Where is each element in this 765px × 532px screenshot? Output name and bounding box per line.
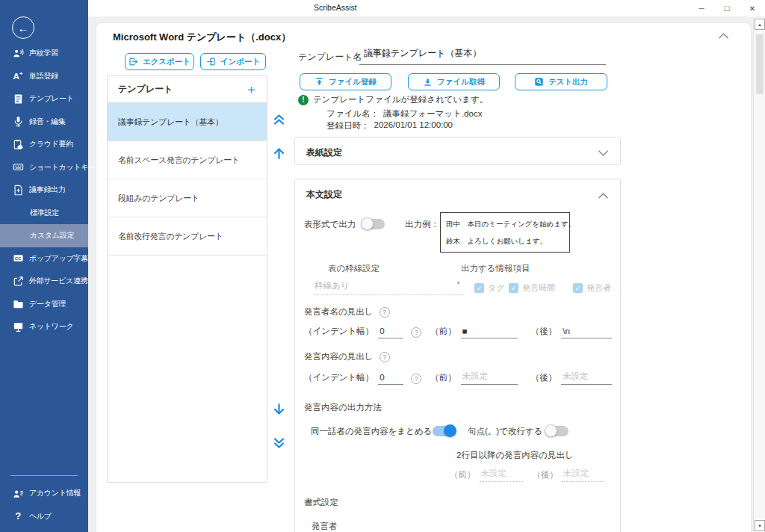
after-label: （後） — [533, 469, 559, 482]
double-chevron-down-icon — [272, 436, 286, 451]
checkbox-tag-group: ✓タグ — [474, 282, 505, 294]
import-icon — [206, 57, 216, 66]
sidebar-item-data-management[interactable]: データ管理 — [0, 293, 88, 316]
move-up-button[interactable] — [270, 144, 287, 162]
close-button[interactable]: ✕ — [741, 0, 764, 16]
arrow-down-icon — [272, 402, 286, 416]
test-output-icon — [534, 77, 544, 87]
help-icon[interactable]: ? — [411, 327, 421, 338]
checkbox-time-group: ✓発言時間 — [509, 282, 555, 294]
page-title: Microsoft Word テンプレート（.docx） — [113, 31, 291, 44]
scroll-down-button[interactable]: ▼ — [755, 520, 765, 531]
scroll-down-icon: ▼ — [758, 524, 762, 528]
template-list-item[interactable]: 段組みのテンプレート — [108, 179, 267, 217]
speaker-before-input[interactable]: ■ — [461, 327, 518, 338]
import-button[interactable]: インポート — [200, 53, 266, 70]
content-heading-inputs-row: （インデント幅） 0 ? （前） 未設定 （後） 未設定 — [304, 371, 612, 385]
sidebar-item-external-services[interactable]: 外部サービス連携 — [0, 270, 88, 293]
file-register-label: ファイル登録 — [329, 77, 377, 87]
template-name-input[interactable]: 議事録テンプレート（基本） — [359, 47, 606, 65]
move-bottom-button[interactable] — [270, 434, 287, 452]
table-border-select: 枠線あり ▼ — [315, 278, 464, 295]
sidebar-item-label: 声紋学習 — [29, 48, 58, 58]
template-list-item[interactable]: 議事録テンプレート（基本） — [108, 103, 267, 141]
content-before-input[interactable]: 未設定 — [461, 371, 518, 385]
window-titlebar: ScribeAssist ─ □ ✕ — [88, 0, 765, 16]
add-template-button[interactable]: ＋ — [245, 83, 258, 96]
sidebar-item-voiceprint[interactable]: 声紋学習 — [0, 42, 88, 65]
sidebar-item-popup-subtitles[interactable]: CC ポップアップ字幕 — [0, 247, 88, 270]
body-settings-section: 本文設定 表形式で出力 出力例： 田中 本日のミーティングを始めます。 鈴木 よ… — [294, 179, 621, 532]
download-icon — [423, 77, 433, 87]
move-down-button[interactable] — [270, 400, 287, 418]
upload-icon — [315, 77, 324, 87]
sidebar-item-label: ネットワーク — [29, 321, 73, 332]
before-label: （前） — [450, 469, 476, 482]
sidebar-item-standard-settings[interactable]: 標準設定 — [0, 202, 88, 225]
sidebar-item-template[interactable]: テンプレート — [0, 87, 88, 111]
scroll-up-button[interactable]: ▲ — [755, 19, 765, 30]
sidebar-item-recording[interactable]: 録音・編集 — [0, 111, 88, 134]
test-output-button[interactable]: テスト出力 — [515, 73, 607, 90]
sidebar-item-network[interactable]: ネットワーク — [0, 315, 88, 338]
scrollbar-thumb[interactable] — [756, 34, 764, 94]
sidebar-item-account-info[interactable]: アカウント情報 — [0, 482, 88, 505]
status-row: ! テンプレートファイルが登録されています。 — [298, 94, 488, 105]
file-fetch-label: ファイル取得 — [437, 77, 485, 87]
collapse-card-chevron-icon[interactable] — [718, 31, 729, 44]
cover-settings-section[interactable]: 表紙設定 — [294, 137, 621, 165]
speaker-after-input[interactable]: \n — [561, 327, 612, 338]
sidebar-item-shortcut-keys[interactable]: ショートカットキー — [0, 156, 88, 179]
template-name-label: テンプレート名 — [298, 51, 362, 64]
vertical-scrollbar[interactable]: ▲ ▼ — [753, 18, 765, 532]
external-link-icon — [12, 275, 24, 287]
speaker-heading-label: 発言者名の見出し — [304, 306, 374, 318]
microphone-icon — [12, 116, 24, 128]
period-break-toggle[interactable] — [546, 426, 569, 436]
move-top-button[interactable] — [270, 110, 287, 128]
body-collapse-chevron-icon[interactable] — [598, 190, 609, 203]
template-list-item[interactable]: 名前スペース発言のテンプレート — [108, 141, 267, 179]
second-line-before-input: 未設定 — [480, 468, 523, 482]
template-list-item[interactable]: 名前改行発言のテンプレート — [108, 217, 267, 256]
arrow-up-icon — [272, 146, 286, 161]
sidebar-footer: アカウント情報 ? ヘルプ — [0, 475, 88, 528]
content-indent-input[interactable]: 0 — [378, 373, 403, 385]
minutes-document-icon — [12, 184, 24, 196]
sidebar-item-custom-settings[interactable]: カスタム設定 — [0, 224, 88, 247]
back-button[interactable]: ← — [12, 16, 34, 39]
sidebar-item-help[interactable]: ? ヘルプ — [0, 505, 88, 528]
output-method-label: 発言内容の出力方法 — [304, 402, 382, 413]
sidebar-item-minutes-output[interactable]: 議事録出力 — [0, 179, 88, 202]
import-button-label: インポート — [220, 57, 260, 67]
merge-toggle-label: 同一話者の発言内容をまとめる — [311, 426, 433, 437]
table-format-toggle[interactable] — [362, 219, 385, 229]
registered-date-label: 登録日時： — [326, 120, 370, 132]
help-icon: ? — [12, 510, 24, 522]
help-icon[interactable]: ? — [411, 374, 421, 384]
help-icon[interactable]: ? — [380, 307, 390, 318]
export-button[interactable]: エクスポート — [125, 53, 194, 70]
sidebar-item-cloud-summary[interactable]: クラウド要約 — [0, 133, 88, 156]
merge-speaker-toggle[interactable] — [433, 426, 455, 436]
content-after-input[interactable]: 未設定 — [561, 371, 612, 385]
help-icon[interactable]: ? — [380, 352, 390, 362]
speaker-indent-input[interactable]: 0 — [378, 327, 403, 338]
speaker-heading-row: 発言者名の見出し ? — [304, 306, 390, 318]
template-list-panel: テンプレート ＋ 議事録テンプレート（基本） 名前スペース発言のテンプレート 段… — [107, 75, 267, 483]
clipboard-cloud-icon — [12, 138, 24, 150]
test-output-label: テスト出力 — [548, 77, 588, 87]
output-example-line: 鈴木 よろしくお願いします。 — [446, 232, 564, 250]
cc-icon: CC — [12, 253, 24, 265]
maximize-button[interactable]: □ — [716, 0, 738, 16]
table-border-value: 枠線あり — [315, 281, 350, 290]
file-fetch-button[interactable]: ファイル取得 — [408, 73, 500, 90]
minimize-button[interactable]: ─ — [690, 0, 713, 16]
file-register-button[interactable]: ファイル登録 — [300, 73, 391, 90]
dropdown-caret-icon: ▼ — [456, 280, 461, 285]
output-example-label: 出力例： — [405, 219, 439, 230]
cover-expand-chevron-icon[interactable] — [598, 147, 609, 161]
output-example-line: 田中 本日のミーティングを始めます。 — [446, 215, 564, 232]
sidebar-item-word-register[interactable]: A+ 単語登録 — [0, 65, 88, 88]
scroll-up-icon: ▲ — [758, 22, 762, 27]
